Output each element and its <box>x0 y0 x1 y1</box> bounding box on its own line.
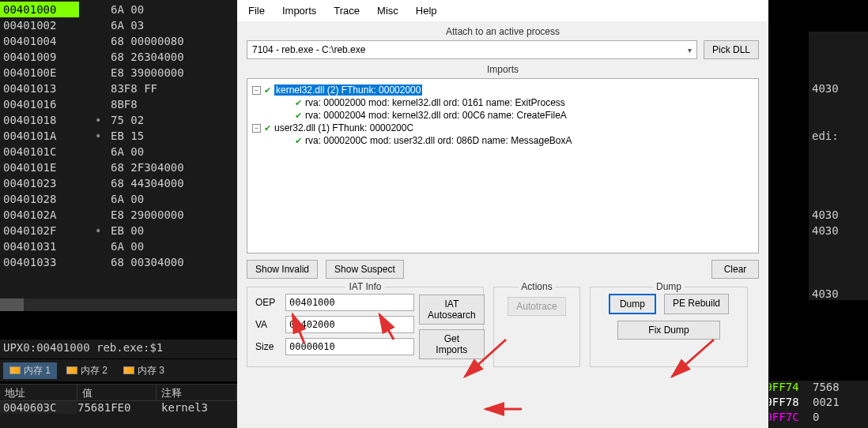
register-row <box>812 98 865 114</box>
tree-node-user32[interactable]: − ✔ user32.dll (1) FThunk: 0000200C <box>251 122 755 134</box>
pick-dll-button[interactable]: Pick DLL <box>704 40 759 59</box>
disasm-row[interactable]: 0040103368 00304000 <box>0 254 237 270</box>
disasm-row[interactable]: 0040101E68 2F304000 <box>0 160 237 175</box>
disasm-row[interactable]: 0040100EE8 39000000 <box>0 65 237 81</box>
stack-row[interactable]: 19FF780021 <box>757 396 868 411</box>
show-suspect-button[interactable]: Show Suspect <box>326 260 404 279</box>
actions-group: Actions Autotrace <box>493 287 580 367</box>
check-icon: ✔ <box>295 111 302 121</box>
dump-group: Dump Dump PE Rebuild Fix Dump <box>590 287 748 367</box>
mem-icon <box>123 366 134 374</box>
tree-label: rva: 0000200C mod: user32.dll ord: 086D … <box>305 135 572 146</box>
disasm-row[interactable]: 0040102AE8 29000000 <box>0 207 237 223</box>
pe-rebuild-button[interactable]: PE Rebuild <box>664 294 729 314</box>
tree-label: rva: 00002004 mod: kernel32.dll ord: 00C… <box>305 110 567 121</box>
status-bar: UPX0:00401000 reb.exe:$1 <box>0 340 237 359</box>
dump-title: Dump <box>653 281 685 292</box>
tree-node-createfilea[interactable]: ✔ rva: 00002004 mod: kernel32.dll ord: 0… <box>251 109 755 122</box>
check-icon: ✔ <box>295 136 302 146</box>
stack-pane[interactable]: 19FF74756819FF78002119FF7C0 <box>757 381 868 428</box>
memory-header-val: 值 <box>77 385 157 400</box>
tree-label-kernel32: kernel32.dll (2) FThunk: 00002000 <box>274 84 422 96</box>
clear-button[interactable]: Clear <box>711 260 759 279</box>
tree-node-kernel32[interactable]: − ✔ kernel32.dll (2) FThunk: 00002000 <box>251 84 755 96</box>
process-select-value: 7104 - reb.exe - C:\reb.exe <box>252 44 365 55</box>
disasm-row[interactable]: 004010026A 03 <box>0 17 237 33</box>
show-invalid-button[interactable]: Show Invalid <box>247 260 318 279</box>
get-imports-button[interactable]: Get Imports <box>419 329 485 359</box>
imports-title: Imports <box>237 64 768 75</box>
menu-imports[interactable]: Imports <box>279 3 319 18</box>
stack-row[interactable]: 19FF747568 <box>757 381 868 396</box>
register-row <box>812 193 865 208</box>
oep-input[interactable] <box>285 294 414 311</box>
tree-label: rva: 00002000 mod: kernel32.dll ord: 016… <box>305 97 565 108</box>
iat-info-group: IAT Info OEP VA Size IAT Autosearch Get … <box>247 287 484 367</box>
memory-row-comment: kernel3 <box>157 401 208 414</box>
register-row <box>812 66 865 82</box>
disasm-row[interactable]: 0040102368 44304000 <box>0 175 237 191</box>
register-row: 4030 <box>812 208 865 224</box>
disasm-row[interactable]: 0040101C6A 00 <box>0 144 237 160</box>
disasm-row[interactable]: 00401018•75 02 <box>0 112 237 128</box>
size-label: Size <box>255 341 279 352</box>
register-row <box>812 240 865 256</box>
fix-dump-button[interactable]: Fix Dump <box>617 321 720 340</box>
oep-label: OEP <box>255 297 279 308</box>
size-input[interactable] <box>285 338 414 355</box>
register-row <box>812 161 865 177</box>
disassembly-pane[interactable]: 004010006A 00004010026A 030040100468 000… <box>0 0 237 300</box>
tree-node-messageboxa[interactable]: ✔ rva: 0000200C mod: user32.dll ord: 086… <box>251 134 755 147</box>
collapse-icon[interactable]: − <box>252 124 261 133</box>
tree-node-exitprocess[interactable]: ✔ rva: 00002000 mod: kernel32.dll ord: 0… <box>251 96 755 109</box>
disasm-row[interactable]: 004010286A 00 <box>0 191 237 207</box>
tree-label-user32: user32.dll (1) FThunk: 0000200C <box>274 122 413 133</box>
menu-file[interactable]: File <box>245 3 268 18</box>
memory-row-addr: 0040603C <box>0 401 77 414</box>
scylla-dialog: File Imports Trace Misc Help Attach to a… <box>237 0 769 428</box>
register-row <box>812 114 865 130</box>
process-select[interactable]: 7104 - reb.exe - C:\reb.exe ▾ <box>247 40 697 59</box>
disasm-row[interactable]: 0040100468 00000080 <box>0 33 237 49</box>
menu-trace[interactable]: Trace <box>330 3 363 18</box>
iat-autosearch-button[interactable]: IAT Autosearch <box>419 295 485 325</box>
register-row <box>812 272 865 287</box>
register-row <box>812 177 865 193</box>
memory-tab-2[interactable]: 内存 2 <box>60 362 114 379</box>
menu-misc[interactable]: Misc <box>374 3 402 18</box>
disasm-row[interactable]: 0040101383F8 FF <box>0 81 237 96</box>
disasm-row[interactable]: 004010006A 00 <box>0 2 237 17</box>
iat-info-title: IAT Info <box>346 281 385 292</box>
collapse-icon[interactable]: − <box>252 86 261 95</box>
register-row <box>812 51 865 66</box>
memory-row-val: 75681FE0 <box>77 401 157 414</box>
actions-title: Actions <box>518 281 555 292</box>
chevron-down-icon: ▾ <box>688 46 692 54</box>
stack-row[interactable]: 19FF7C0 <box>757 411 868 426</box>
register-row <box>812 145 865 161</box>
register-row: 4030 <box>812 287 865 303</box>
disasm-row[interactable]: 0040101A•EB 15 <box>0 128 237 144</box>
memory-tab-label: 内存 2 <box>81 364 108 377</box>
menu-help[interactable]: Help <box>413 3 440 18</box>
disasm-scrollbar[interactable] <box>0 298 237 311</box>
memory-body[interactable]: 0040603C 75681FE0 kernel3 <box>0 401 237 428</box>
check-icon: ✔ <box>264 85 271 96</box>
memory-tab-1[interactable]: 内存 1 <box>3 362 57 379</box>
dump-button[interactable]: Dump <box>609 294 656 314</box>
attach-title: Attach to an active process <box>237 26 768 37</box>
disasm-row[interactable]: 004010316A 00 <box>0 238 237 254</box>
autotrace-button: Autotrace <box>508 297 565 316</box>
va-label: VA <box>255 319 279 330</box>
disasm-row[interactable]: 004010168BF8 <box>0 96 237 112</box>
memory-tab-label: 内存 3 <box>138 364 164 377</box>
imports-tree[interactable]: − ✔ kernel32.dll (2) FThunk: 00002000 ✔ … <box>247 78 759 253</box>
disasm-row[interactable]: 0040100968 26304000 <box>0 49 237 65</box>
disasm-row[interactable]: 0040102F•EB 00 <box>0 223 237 238</box>
register-row: 4030 <box>812 224 865 240</box>
check-icon: ✔ <box>295 98 302 108</box>
register-row <box>812 256 865 272</box>
memory-tabs: 内存 1 内存 2 内存 3 <box>0 359 237 381</box>
memory-tab-3[interactable]: 内存 3 <box>117 362 171 379</box>
va-input[interactable] <box>285 316 414 333</box>
